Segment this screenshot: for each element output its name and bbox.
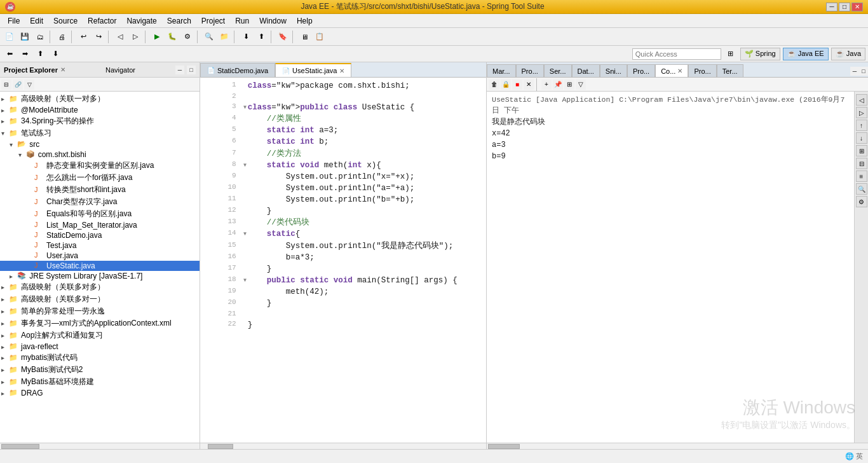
prev-annotation-button[interactable]: ⬆ xyxy=(254,30,268,44)
open-type-button[interactable]: 🔍 xyxy=(202,30,216,44)
tab-usestatic-close[interactable]: ✕ xyxy=(339,67,344,74)
tree-item-JRE_System_Library__JavaSE_1_7_[interactable]: ▸📚JRE System Library [JavaSE-1.7] xyxy=(0,271,200,281)
tree-item-java_reflect[interactable]: ▸📁java-reflect xyxy=(0,342,200,352)
tree-item-Aop_________[interactable]: ▸📁Aop注解方式和通知复习 xyxy=(0,329,200,342)
tree-item-com_shxt_bishi[interactable]: ▾📦com.shxt.bishi xyxy=(0,149,200,160)
print-button[interactable]: 🖨 xyxy=(55,30,69,44)
tb2-btn2[interactable]: ➡ xyxy=(18,47,32,61)
tree-item-StaticDemo_java[interactable]: JStaticDemo.java xyxy=(0,230,200,240)
new-console-button[interactable]: + xyxy=(541,79,552,90)
tab-properties[interactable]: Pro... xyxy=(516,64,544,77)
open-perspective-button[interactable]: ⊞ xyxy=(724,47,738,61)
menu-project[interactable]: Project xyxy=(196,15,230,27)
tree-item-___________[interactable]: ▸📁高级映射（关联多对一） xyxy=(0,293,200,305)
tab-usestatic[interactable]: 📄 UseStatic.java ✕ xyxy=(275,63,351,77)
perspective-java-ee[interactable]: ☕ Java EE xyxy=(783,48,829,60)
remove-launch-button[interactable]: ✕ xyxy=(524,79,534,90)
editor-area[interactable]: 1 class="kw">package com.shxt.bishi; 2 3… xyxy=(200,78,486,443)
link-editor-button[interactable]: 🔗 xyxy=(13,79,23,90)
navigator-tab[interactable]: Navigator xyxy=(105,66,135,74)
tab-markers[interactable]: Mar... xyxy=(487,64,516,77)
maximize-button[interactable]: □ xyxy=(839,3,850,11)
menu-source[interactable]: Source xyxy=(48,15,83,27)
tree-item-_____________java[interactable]: J静态变量和实例变量的区别.java xyxy=(0,160,200,172)
perspective-java[interactable]: ☕ Java xyxy=(831,48,865,60)
tree-item-____[interactable]: ▾📁笔试练习 xyxy=(0,127,200,139)
run-button[interactable]: ▶ xyxy=(150,30,164,44)
console-view-menu-button[interactable]: ▽ xyxy=(576,79,586,90)
tree-item-______for___java[interactable]: J怎么跳出一个for循环.java xyxy=(0,172,200,184)
minimize-view-button[interactable]: ─ xyxy=(175,66,184,74)
tab-data[interactable]: Dat... xyxy=(572,64,600,77)
tree-item-src[interactable]: ▾📂src xyxy=(0,139,200,149)
pin-console-button[interactable]: 📌 xyxy=(553,79,563,90)
terminate-button[interactable]: ■ xyxy=(512,79,522,90)
perspective-spring[interactable]: 🌱 Spring xyxy=(740,48,780,60)
next-edit-button[interactable]: ▷ xyxy=(128,30,142,44)
tree-item-___________[interactable]: ▸📁简单的异常处理一劳永逸 xyxy=(0,305,200,317)
left-scroll-thumb[interactable] xyxy=(1,444,39,449)
view-menu-button[interactable]: ▽ xyxy=(24,79,34,90)
scroll-lock-button[interactable]: 🔒 xyxy=(501,79,511,90)
tab-problems[interactable]: Pro... xyxy=(688,64,716,77)
rv-btn9[interactable]: ⚙ xyxy=(856,196,867,207)
rv-btn7[interactable]: ≡ xyxy=(856,170,867,182)
menu-edit[interactable]: Edit xyxy=(25,15,48,27)
quick-access-input[interactable] xyxy=(632,48,721,60)
console-scroll-horizontal[interactable] xyxy=(487,443,868,449)
menu-window[interactable]: Window xyxy=(254,15,292,27)
tree-item-MyBatis____2[interactable]: ▸📁MyBatis测试代码2 xyxy=(0,364,200,376)
open-resource-button[interactable]: 📁 xyxy=(217,30,231,44)
menu-search[interactable]: Search xyxy=(162,15,196,27)
redo-button[interactable]: ↪ xyxy=(92,30,105,44)
project-explorer-tab[interactable]: Project Explorer xyxy=(4,66,58,74)
tree-item-UseStatic_java[interactable]: JUseStatic.java xyxy=(0,261,200,271)
collapse-all-button[interactable]: ⊟ xyxy=(1,79,11,90)
menu-navigate[interactable]: Navigate xyxy=(121,15,161,27)
rv-btn8[interactable]: 🔍 xyxy=(856,183,867,195)
prev-edit-button[interactable]: ◁ xyxy=(113,30,127,44)
tree-item-Test_java[interactable]: JTest.java xyxy=(0,240,200,251)
tab-console[interactable]: Co... ✕ xyxy=(655,64,688,77)
right-panel-maximize[interactable]: □ xyxy=(859,67,868,76)
new-server-button[interactable]: 🖥 xyxy=(297,30,311,44)
tree-item-User_java[interactable]: JUser.java xyxy=(0,251,200,261)
minimize-button[interactable]: ─ xyxy=(826,3,837,11)
tree-item-DRAG[interactable]: ▸📁DRAG xyxy=(0,388,200,398)
clear-console-button[interactable]: 🗑 xyxy=(489,79,499,90)
tab-staticdemo[interactable]: 📄 StaticDemo.java xyxy=(200,63,275,77)
center-scroll-thumb[interactable] xyxy=(208,444,233,449)
tree-item-mybatis____[interactable]: ▸📁mybatis测试代码 xyxy=(0,352,200,364)
tree-item-Char______java[interactable]: JChar类型存汉字.java xyxy=(0,196,200,208)
maximize-view-button[interactable]: □ xyxy=(187,66,196,74)
tab-snippets[interactable]: Sni... xyxy=(600,64,627,77)
rv-btn4[interactable]: ↓ xyxy=(856,132,867,144)
rv-btn3[interactable]: ↑ xyxy=(856,120,867,131)
tree-item-_____xml___ApplicationContext_xml[interactable]: ▸📁事务复习—xml方式的ApplicationContext.xml xyxy=(0,317,200,329)
tree-item-MyBatis______[interactable]: ▸📁MyBatis基础环境搭建 xyxy=(0,376,200,388)
tree-item-List_Map_Set_Iterator_java[interactable]: JList_Map_Set_Iterator.java xyxy=(0,220,200,230)
undo-button[interactable]: ↩ xyxy=(76,30,90,44)
save-all-button[interactable]: 🗂 xyxy=(33,30,47,44)
open-console-button[interactable]: ⊞ xyxy=(564,79,574,90)
next-annotation-button[interactable]: ⬇ xyxy=(239,30,253,44)
left-scroll-horizontal[interactable] xyxy=(0,443,200,449)
tab-terminal[interactable]: Ter... xyxy=(717,64,743,77)
menu-file[interactable]: File xyxy=(3,15,25,27)
run-config-button[interactable]: ⚙ xyxy=(180,30,194,44)
menu-run[interactable]: Run xyxy=(230,15,254,27)
tree-item-Equals_______java[interactable]: JEquals和等号的区别.java xyxy=(0,208,200,220)
close-button[interactable]: ✕ xyxy=(851,3,863,11)
console-scroll-thumb[interactable] xyxy=(488,444,520,449)
center-scroll-horizontal[interactable] xyxy=(200,443,486,449)
rv-btn1[interactable]: ◁ xyxy=(856,94,867,106)
tab-progress[interactable]: Pro... xyxy=(627,64,655,77)
menu-help[interactable]: Help xyxy=(292,15,318,27)
tab-servers[interactable]: Ser... xyxy=(544,64,572,77)
debug-button[interactable]: 🐛 xyxy=(165,30,179,44)
console-tab-close[interactable]: ✕ xyxy=(677,67,682,74)
bookmark-button[interactable]: 🔖 xyxy=(276,30,290,44)
servers-view-button[interactable]: 📋 xyxy=(313,30,327,44)
tree-item-___________[interactable]: ▸📁高级映射（关联一对多） xyxy=(0,93,200,105)
tree-item-_ModelAttribute[interactable]: ▸📁@ModelAttribute xyxy=(0,105,200,115)
